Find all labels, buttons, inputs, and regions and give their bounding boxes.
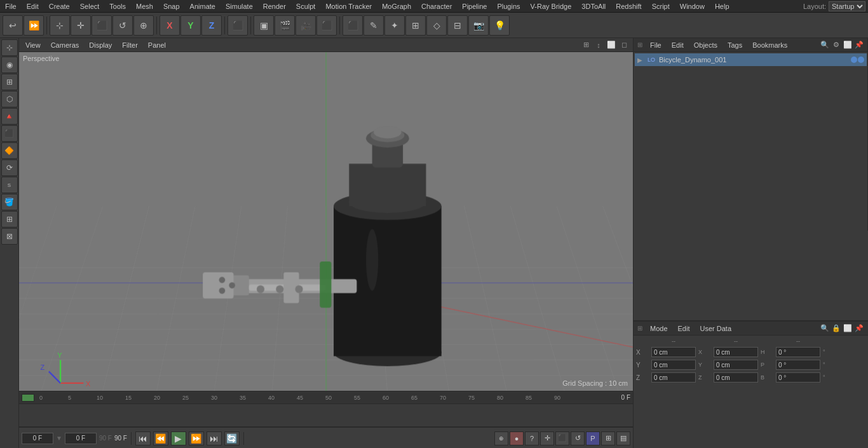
scale-tool[interactable]: ⬛ xyxy=(92,15,112,36)
go-end-button[interactable]: ⏭ xyxy=(207,431,222,445)
attr-search-icon[interactable]: 🔍 xyxy=(820,323,830,334)
menu-animate[interactable]: Animate xyxy=(185,1,220,11)
attr-menu-userdata[interactable]: User Data xyxy=(698,323,735,334)
attr-h-field[interactable] xyxy=(776,347,820,357)
z-axis[interactable]: Z xyxy=(201,15,222,36)
object-mode[interactable]: ⬛ xyxy=(227,15,248,36)
menu-edit[interactable]: Edit xyxy=(22,1,44,11)
menu-mograph[interactable]: MoGraph xyxy=(377,1,416,11)
left-btn-11[interactable]: ⊞ xyxy=(1,211,18,227)
menu-tools[interactable]: Tools xyxy=(104,1,131,11)
attr-b-field[interactable] xyxy=(776,372,820,383)
menu-sculpt[interactable]: Sculpt xyxy=(291,1,321,11)
filmstrip-icon[interactable]: ▤ xyxy=(616,431,630,445)
play-button[interactable]: ▶ xyxy=(171,431,186,445)
move-key-icon[interactable]: ✛ xyxy=(540,431,554,445)
snap-grid[interactable]: ⊞ xyxy=(405,15,426,36)
attr-z-pos-field[interactable] xyxy=(651,372,696,383)
viewport-3d[interactable]: X Y Z Perspective Grid Spacing : 10 cm xyxy=(19,52,633,391)
snap-star[interactable]: ✦ xyxy=(384,15,405,36)
menu-character[interactable]: Character xyxy=(416,1,457,11)
menu-3dtoall[interactable]: 3DToAll xyxy=(576,1,611,11)
object-dot-1[interactable] xyxy=(851,57,857,63)
menu-plugins[interactable]: Plugins xyxy=(492,1,525,11)
left-btn-10[interactable]: 🪣 xyxy=(1,194,18,210)
menu-help[interactable]: Help xyxy=(710,1,735,11)
viewport-icon-2[interactable]: ↕ xyxy=(593,40,604,50)
undo-button[interactable]: ↩ xyxy=(3,15,23,36)
objects-pin-icon[interactable]: 📌 xyxy=(854,40,864,50)
menu-motion-tracker[interactable]: Motion Tracker xyxy=(320,1,377,11)
attr-x-size-field[interactable] xyxy=(714,347,758,357)
objects-expand-icon[interactable]: ⬜ xyxy=(843,40,853,50)
attr-menu-edit[interactable]: Edit xyxy=(675,323,693,334)
transform-tool[interactable]: ⊕ xyxy=(133,15,154,36)
select-tool[interactable]: ⊹ xyxy=(50,15,70,36)
viewport-menu-view[interactable]: View xyxy=(23,40,43,50)
step-back-button[interactable]: ⏪ xyxy=(153,431,168,445)
viewport-menu-panel[interactable]: Panel xyxy=(146,40,168,50)
menu-mesh[interactable]: Mesh xyxy=(131,1,158,11)
menu-script[interactable]: Script xyxy=(647,1,675,11)
render-picture[interactable]: 🎬 xyxy=(275,15,295,36)
attr-expand-icon[interactable]: ⬜ xyxy=(843,323,853,334)
left-btn-5[interactable]: 🔺 xyxy=(1,108,18,125)
left-btn-12[interactable]: ⊠ xyxy=(1,228,18,245)
menu-file[interactable]: File xyxy=(0,1,22,11)
viewport-menu-filter[interactable]: Filter xyxy=(119,40,140,50)
viewport-icon-4[interactable]: ◻ xyxy=(619,40,629,50)
snap-light[interactable]: 💡 xyxy=(489,15,510,36)
left-btn-8[interactable]: ⟳ xyxy=(1,160,18,176)
loop-button[interactable]: 🔄 xyxy=(224,431,240,445)
snap-polygon[interactable]: ◇ xyxy=(426,15,447,36)
objects-settings-icon[interactable]: ⚙ xyxy=(831,40,841,50)
viewport-icon-1[interactable]: ⊞ xyxy=(581,40,591,50)
menu-redshift[interactable]: Redshift xyxy=(611,1,646,11)
x-axis[interactable]: X xyxy=(159,15,180,36)
attr-menu-mode[interactable]: Mode xyxy=(648,323,670,334)
autokey-icon[interactable]: ⊕ xyxy=(494,431,508,445)
objects-menu-bookmarks[interactable]: Bookmarks xyxy=(750,40,790,50)
go-start-button[interactable]: ⏮ xyxy=(135,431,151,445)
record-icon[interactable]: ● xyxy=(510,431,524,445)
key-box-icon[interactable]: ⬛ xyxy=(555,431,569,445)
menu-vray[interactable]: V-Ray Bridge xyxy=(526,1,577,11)
left-btn-3[interactable]: ⊞ xyxy=(1,74,18,90)
attr-pin-icon[interactable]: 📌 xyxy=(854,323,864,334)
y-axis[interactable]: Y xyxy=(180,15,201,36)
current-frame-input[interactable] xyxy=(22,433,53,444)
viewport-icon-3[interactable]: ⬜ xyxy=(606,40,616,50)
menu-pipeline[interactable]: Pipeline xyxy=(457,1,492,11)
left-btn-4[interactable]: ⬡ xyxy=(1,91,18,107)
viewport-menu-display[interactable]: Display xyxy=(86,40,114,50)
search-icon[interactable]: 🔍 xyxy=(820,40,830,50)
menu-create[interactable]: Create xyxy=(44,1,75,11)
attr-p-field[interactable] xyxy=(776,360,820,370)
help-icon[interactable]: ? xyxy=(525,431,539,445)
rotate-tool[interactable]: ↺ xyxy=(112,15,133,36)
attr-y-size-field[interactable] xyxy=(714,360,758,370)
timeline-track[interactable] xyxy=(19,404,633,427)
objects-menu-tags[interactable]: Tags xyxy=(725,40,745,50)
left-btn-2[interactable]: ◉ xyxy=(1,57,18,73)
render-mr[interactable]: ⬛ xyxy=(316,15,337,36)
snap-pen[interactable]: ✎ xyxy=(363,15,384,36)
snap-cube[interactable]: ⬛ xyxy=(342,15,363,36)
attr-x-pos-field[interactable] xyxy=(651,347,696,357)
snap-cam[interactable]: 📷 xyxy=(468,15,489,36)
grid-icon[interactable]: ⊞ xyxy=(601,431,615,445)
left-btn-1[interactable]: ⊹ xyxy=(1,39,18,56)
menu-select[interactable]: Select xyxy=(75,1,105,11)
objects-menu-edit[interactable]: Edit xyxy=(669,40,686,50)
objects-menu-objects[interactable]: Objects xyxy=(691,40,720,50)
redo-button[interactable]: ⏩ xyxy=(24,15,44,36)
left-btn-7[interactable]: 🔶 xyxy=(1,142,18,159)
left-btn-6[interactable]: ⬛ xyxy=(1,125,18,142)
auto-icon[interactable]: ↺ xyxy=(571,431,585,445)
snap-grid2[interactable]: ⊟ xyxy=(447,15,468,36)
step-forward-button[interactable]: ⏩ xyxy=(189,431,204,445)
left-btn-9[interactable]: S xyxy=(1,177,18,193)
object-item-bicycle[interactable]: ▶ LO Bicycle_Dynamo_001 xyxy=(635,53,867,66)
start-frame-input[interactable] xyxy=(65,433,97,444)
menu-snap[interactable]: Snap xyxy=(158,1,185,11)
